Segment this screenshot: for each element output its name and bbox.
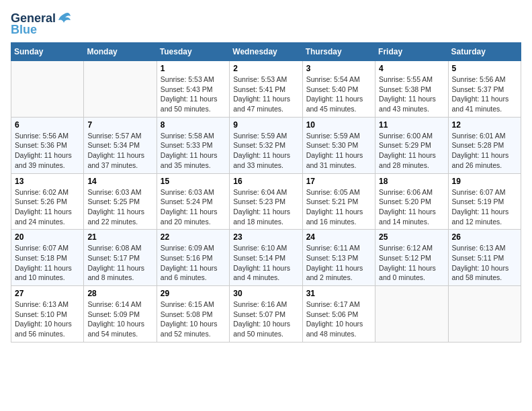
day-info: Sunrise: 6:03 AMSunset: 5:25 PMDaylight:… xyxy=(87,188,144,226)
calendar-day-cell: 31 Sunrise: 6:17 AMSunset: 5:06 PMDaylig… xyxy=(302,286,375,342)
day-info: Sunrise: 6:07 AMSunset: 5:18 PMDaylight:… xyxy=(15,244,72,281)
calendar-day-cell: 22 Sunrise: 6:09 AMSunset: 5:16 PMDaylig… xyxy=(157,230,229,286)
calendar-day-cell: 13 Sunrise: 6:02 AMSunset: 5:26 PMDaylig… xyxy=(11,173,84,230)
calendar-day-cell: 9 Sunrise: 5:59 AMSunset: 5:32 PMDayligh… xyxy=(230,117,302,173)
day-info: Sunrise: 6:13 AMSunset: 5:10 PMDaylight:… xyxy=(15,300,72,338)
logo: General Blue xyxy=(11,11,72,37)
calendar-week-row: 27 Sunrise: 6:13 AMSunset: 5:10 PMDaylig… xyxy=(11,286,521,342)
day-number: 5 xyxy=(452,64,517,73)
day-info: Sunrise: 5:55 AMSunset: 5:38 PMDaylight:… xyxy=(379,75,436,113)
calendar-day-cell: 23 Sunrise: 6:10 AMSunset: 5:14 PMDaylig… xyxy=(230,230,302,286)
day-number: 1 xyxy=(161,64,226,73)
day-number: 12 xyxy=(452,120,517,130)
calendar-day-cell xyxy=(375,286,448,342)
day-number: 15 xyxy=(161,177,226,186)
calendar-body: 1 Sunrise: 5:53 AMSunset: 5:43 PMDayligh… xyxy=(11,61,521,342)
day-number: 23 xyxy=(233,232,298,242)
calendar-day-cell: 4 Sunrise: 5:55 AMSunset: 5:38 PMDayligh… xyxy=(375,61,448,118)
day-number: 16 xyxy=(233,177,298,186)
weekday-header-cell: Wednesday xyxy=(230,43,302,61)
calendar-day-cell: 21 Sunrise: 6:08 AMSunset: 5:17 PMDaylig… xyxy=(84,230,157,286)
day-info: Sunrise: 5:53 AMSunset: 5:43 PMDaylight:… xyxy=(161,75,218,113)
day-number: 13 xyxy=(15,177,80,186)
day-number: 18 xyxy=(379,177,444,186)
calendar-day-cell: 30 Sunrise: 6:16 AMSunset: 5:07 PMDaylig… xyxy=(230,286,302,342)
day-info: Sunrise: 5:53 AMSunset: 5:41 PMDaylight:… xyxy=(233,75,290,113)
day-number: 3 xyxy=(306,64,371,73)
day-info: Sunrise: 6:04 AMSunset: 5:23 PMDaylight:… xyxy=(233,188,290,226)
day-info: Sunrise: 6:01 AMSunset: 5:28 PMDaylight:… xyxy=(452,132,509,169)
calendar-day-cell: 3 Sunrise: 5:54 AMSunset: 5:40 PMDayligh… xyxy=(302,61,375,118)
day-info: Sunrise: 5:59 AMSunset: 5:32 PMDaylight:… xyxy=(233,132,290,169)
calendar-day-cell xyxy=(84,61,157,118)
calendar-day-cell: 20 Sunrise: 6:07 AMSunset: 5:18 PMDaylig… xyxy=(11,230,84,286)
logo-blue-text: Blue xyxy=(11,23,37,37)
calendar-day-cell: 25 Sunrise: 6:12 AMSunset: 5:12 PMDaylig… xyxy=(375,230,448,286)
calendar-day-cell: 16 Sunrise: 6:04 AMSunset: 5:23 PMDaylig… xyxy=(230,173,302,230)
calendar-day-cell: 10 Sunrise: 5:59 AMSunset: 5:30 PMDaylig… xyxy=(302,117,375,173)
calendar-day-cell: 5 Sunrise: 5:56 AMSunset: 5:37 PMDayligh… xyxy=(448,61,521,118)
day-info: Sunrise: 6:07 AMSunset: 5:19 PMDaylight:… xyxy=(452,188,509,226)
calendar-table: SundayMondayTuesdayWednesdayThursdayFrid… xyxy=(11,42,521,342)
calendar-day-cell: 6 Sunrise: 5:56 AMSunset: 5:36 PMDayligh… xyxy=(11,117,84,173)
calendar-week-row: 13 Sunrise: 6:02 AMSunset: 5:26 PMDaylig… xyxy=(11,173,521,230)
day-info: Sunrise: 5:56 AMSunset: 5:36 PMDaylight:… xyxy=(15,132,72,169)
day-info: Sunrise: 6:13 AMSunset: 5:11 PMDaylight:… xyxy=(452,244,509,281)
day-info: Sunrise: 6:05 AMSunset: 5:21 PMDaylight:… xyxy=(306,188,363,226)
day-number: 17 xyxy=(306,177,371,186)
calendar-day-cell: 14 Sunrise: 6:03 AMSunset: 5:25 PMDaylig… xyxy=(84,173,157,230)
calendar-day-cell: 15 Sunrise: 6:03 AMSunset: 5:24 PMDaylig… xyxy=(157,173,229,230)
calendar-day-cell: 26 Sunrise: 6:13 AMSunset: 5:11 PMDaylig… xyxy=(448,230,521,286)
calendar-day-cell: 8 Sunrise: 5:58 AMSunset: 5:33 PMDayligh… xyxy=(157,117,229,173)
weekday-header-cell: Tuesday xyxy=(157,43,229,61)
day-info: Sunrise: 6:10 AMSunset: 5:14 PMDaylight:… xyxy=(233,244,290,281)
day-number: 2 xyxy=(233,64,298,73)
calendar-week-row: 20 Sunrise: 6:07 AMSunset: 5:18 PMDaylig… xyxy=(11,230,521,286)
day-info: Sunrise: 6:16 AMSunset: 5:07 PMDaylight:… xyxy=(233,300,290,338)
calendar-day-cell: 24 Sunrise: 6:11 AMSunset: 5:13 PMDaylig… xyxy=(302,230,375,286)
calendar-day-cell: 1 Sunrise: 5:53 AMSunset: 5:43 PMDayligh… xyxy=(157,61,229,118)
day-number: 25 xyxy=(379,232,444,242)
calendar-week-row: 1 Sunrise: 5:53 AMSunset: 5:43 PMDayligh… xyxy=(11,61,521,118)
calendar-day-cell: 19 Sunrise: 6:07 AMSunset: 5:19 PMDaylig… xyxy=(448,173,521,230)
day-number: 19 xyxy=(452,177,517,186)
day-info: Sunrise: 6:11 AMSunset: 5:13 PMDaylight:… xyxy=(306,244,363,281)
calendar-day-cell: 7 Sunrise: 5:57 AMSunset: 5:34 PMDayligh… xyxy=(84,117,157,173)
weekday-header-cell: Friday xyxy=(375,43,448,61)
calendar-week-row: 6 Sunrise: 5:56 AMSunset: 5:36 PMDayligh… xyxy=(11,117,521,173)
day-info: Sunrise: 6:09 AMSunset: 5:16 PMDaylight:… xyxy=(161,244,218,281)
day-number: 22 xyxy=(161,232,226,242)
day-number: 24 xyxy=(306,232,371,242)
day-info: Sunrise: 6:06 AMSunset: 5:20 PMDaylight:… xyxy=(379,188,436,226)
calendar-day-cell: 29 Sunrise: 6:15 AMSunset: 5:08 PMDaylig… xyxy=(157,286,229,342)
day-number: 28 xyxy=(87,289,152,298)
day-number: 31 xyxy=(306,289,371,298)
day-number: 30 xyxy=(233,289,298,298)
calendar-day-cell: 2 Sunrise: 5:53 AMSunset: 5:41 PMDayligh… xyxy=(230,61,302,118)
page-header: General Blue xyxy=(11,11,521,37)
day-info: Sunrise: 6:03 AMSunset: 5:24 PMDaylight:… xyxy=(161,188,218,226)
day-info: Sunrise: 6:00 AMSunset: 5:29 PMDaylight:… xyxy=(379,132,436,169)
day-number: 26 xyxy=(452,232,517,242)
day-info: Sunrise: 5:57 AMSunset: 5:34 PMDaylight:… xyxy=(87,132,144,169)
day-number: 20 xyxy=(15,232,80,242)
day-number: 7 xyxy=(87,120,152,130)
logo-bird-icon xyxy=(57,11,72,26)
day-info: Sunrise: 5:54 AMSunset: 5:40 PMDaylight:… xyxy=(306,75,363,113)
calendar-day-cell: 28 Sunrise: 6:14 AMSunset: 5:09 PMDaylig… xyxy=(84,286,157,342)
day-number: 27 xyxy=(15,289,80,298)
calendar-day-cell: 12 Sunrise: 6:01 AMSunset: 5:28 PMDaylig… xyxy=(448,117,521,173)
weekday-header-cell: Monday xyxy=(84,43,157,61)
day-number: 4 xyxy=(379,64,444,73)
day-number: 8 xyxy=(161,120,226,130)
calendar-day-cell: 27 Sunrise: 6:13 AMSunset: 5:10 PMDaylig… xyxy=(11,286,84,342)
day-info: Sunrise: 6:14 AMSunset: 5:09 PMDaylight:… xyxy=(87,300,144,338)
weekday-header-row: SundayMondayTuesdayWednesdayThursdayFrid… xyxy=(11,43,521,61)
calendar-day-cell: 11 Sunrise: 6:00 AMSunset: 5:29 PMDaylig… xyxy=(375,117,448,173)
calendar-day-cell xyxy=(448,286,521,342)
day-info: Sunrise: 6:08 AMSunset: 5:17 PMDaylight:… xyxy=(87,244,144,281)
weekday-header-cell: Saturday xyxy=(448,43,521,61)
day-info: Sunrise: 5:58 AMSunset: 5:33 PMDaylight:… xyxy=(161,132,218,169)
day-info: Sunrise: 5:56 AMSunset: 5:37 PMDaylight:… xyxy=(452,75,509,113)
day-number: 21 xyxy=(87,232,152,242)
